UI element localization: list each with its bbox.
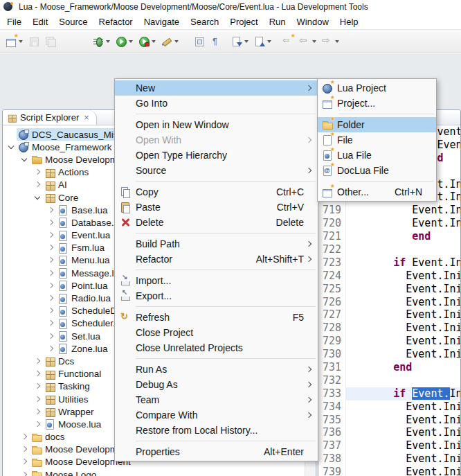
code-text[interactable]: Event.IniUnit = UNIT:FindByName( Event.I… <box>346 400 460 414</box>
tree-chevron-icon[interactable] <box>46 218 56 228</box>
tree-chevron-icon[interactable] <box>33 356 43 367</box>
line-number[interactable]: 732 <box>318 374 346 387</box>
debug-button[interactable] <box>91 33 112 50</box>
code-text[interactable]: Event.IniGroupName = Event.IniDCSGroupNa… <box>346 439 460 452</box>
menubar-help[interactable]: Help <box>334 15 364 28</box>
menu-item-open-in-new-window[interactable]: Open in New Window <box>115 117 318 132</box>
dropdown-arrow-icon[interactable] <box>267 40 271 43</box>
code-text[interactable]: Event.IniDCSGroup = Event.IniDCSUnit:get… <box>346 414 460 427</box>
tree-chevron-icon[interactable] <box>19 470 30 476</box>
menu-item-debug-as[interactable]: Debug As <box>115 377 318 392</box>
submenu-item-project[interactable]: ★Project... <box>318 96 436 111</box>
tree-chevron-icon[interactable] <box>33 369 43 379</box>
line-number[interactable]: 719 <box>318 204 346 217</box>
line-number[interactable]: 721 <box>318 230 346 243</box>
submenu-item-folder[interactable]: ★Folder <box>318 117 436 132</box>
tree-chevron-icon[interactable] <box>19 432 30 442</box>
line-number[interactable]: 731 <box>318 361 346 374</box>
dropdown-arrow-icon[interactable] <box>335 40 339 43</box>
tree-chevron-icon[interactable] <box>33 394 43 405</box>
back-button[interactable] <box>297 33 318 50</box>
show-whitespace-button[interactable] <box>208 33 224 50</box>
code-text[interactable]: end <box>346 230 460 243</box>
tree-chevron-icon[interactable] <box>46 281 56 291</box>
menu-item-go-into[interactable]: Go Into <box>115 96 318 111</box>
menu-item-export[interactable]: Export... <box>115 288 318 303</box>
external-tools-button[interactable] <box>159 33 181 50</box>
dropdown-arrow-icon[interactable] <box>174 40 179 43</box>
previous-annotation-button[interactable] <box>252 33 273 50</box>
line-number[interactable]: 730 <box>318 348 346 361</box>
code-text[interactable]: Event.IniUnit = UNIT:FindByName( Event.I… <box>346 270 460 283</box>
tree-chevron-icon[interactable] <box>46 243 56 253</box>
line-number[interactable]: 729 <box>318 335 346 348</box>
tree-chevron-icon[interactable] <box>33 193 43 203</box>
tree-item-moose-logo[interactable]: Moose Logo <box>3 468 305 476</box>
submenu-item-doclua-file[interactable]: ★DocLua File <box>318 163 436 178</box>
menubar-edit[interactable]: Edit <box>27 15 53 28</box>
tree-chevron-icon[interactable] <box>46 255 56 265</box>
tree-chevron-icon[interactable] <box>46 318 56 328</box>
dropdown-arrow-icon[interactable] <box>106 40 110 43</box>
tree-chevron-icon[interactable] <box>19 457 30 467</box>
code-text[interactable]: Event.IniGroupName = Event.IniDCSGroupNa… <box>346 308 460 321</box>
line-number[interactable]: 735 <box>318 414 346 427</box>
menu-item-properties[interactable]: PropertiesAlt+Enter <box>115 444 318 459</box>
dropdown-arrow-icon[interactable] <box>152 40 156 43</box>
tree-chevron-icon[interactable] <box>33 179 43 190</box>
menu-item-close-project[interactable]: Close Project <box>115 325 318 340</box>
code-text[interactable]: Event.IniCoalition = Event.IniDCSUnit:ge… <box>346 348 460 361</box>
code-text[interactable] <box>346 374 460 387</box>
last-edit-location-button[interactable]: ★ <box>280 33 296 50</box>
code-text[interactable]: if Event.IniDCSUnit then <box>346 387 460 400</box>
line-number[interactable]: 739 <box>318 466 346 476</box>
tree-chevron-icon[interactable] <box>33 419 43 430</box>
line-number[interactable]: 728 <box>318 321 346 335</box>
run-history-button[interactable] <box>136 33 158 50</box>
code-text[interactable]: if Event.IniDCSUnit then <box>346 256 460 270</box>
line-number[interactable]: 722 <box>318 243 346 256</box>
line-number[interactable]: 737 <box>318 439 346 452</box>
code-text[interactable]: Event.IniGroup = GROUP:FindByName( Event… <box>346 321 460 335</box>
dropdown-arrow-icon[interactable] <box>19 40 23 43</box>
submenu-item-lua-project[interactable]: ★Lua Project <box>318 80 436 96</box>
tree-chevron-icon[interactable] <box>33 407 43 417</box>
next-annotation-button[interactable] <box>229 33 251 50</box>
tree-chevron-icon[interactable] <box>46 331 56 342</box>
line-number[interactable]: 734 <box>318 400 346 414</box>
tree-chevron-icon[interactable] <box>46 306 56 316</box>
forward-button[interactable] <box>320 33 341 50</box>
menu-item-team[interactable]: Team <box>115 392 318 407</box>
code-text[interactable]: Event.IniPlayerName = Event.IniDCSUnit:g… <box>346 217 460 230</box>
code-text[interactable]: Event.IniPlayerName = Event.IniDCSUnit:g… <box>346 335 460 348</box>
menu-item-open-with[interactable]: Open With <box>115 132 318 148</box>
dropdown-arrow-icon[interactable] <box>244 40 248 43</box>
tree-chevron-icon[interactable] <box>6 142 17 152</box>
code-text[interactable]: end <box>346 361 460 374</box>
menu-item-open-type-hierarchy[interactable]: Open Type Hierarchy <box>115 148 318 163</box>
menu-item-delete[interactable]: DeleteDelete <box>115 215 318 230</box>
new-wizard-button[interactable]: ★ <box>3 33 25 50</box>
menu-item-close-unrelated-projects[interactable]: Close Unrelated Projects <box>115 340 318 355</box>
tab-script-explorer[interactable]: Script Explorer <box>3 110 97 125</box>
line-number[interactable]: 723 <box>318 256 346 270</box>
submenu-item-lua-file[interactable]: ★Lua File <box>318 148 436 163</box>
menubar-source[interactable]: Source <box>53 15 93 28</box>
menu-item-copy[interactable]: CopyCtrl+C <box>115 184 318 200</box>
menubar-search[interactable]: Search <box>185 15 224 28</box>
menu-item-run-as[interactable]: Run As <box>115 362 318 377</box>
tree-chevron-icon[interactable] <box>19 444 30 455</box>
line-number[interactable]: 733 <box>318 387 346 400</box>
code-text[interactable]: Event.IniCoalition = Event.IniDCSUnit:ge… <box>346 466 460 476</box>
line-number[interactable]: 738 <box>318 452 346 466</box>
close-icon[interactable] <box>84 113 89 122</box>
menu-item-build-path[interactable]: Build Path <box>115 236 318 252</box>
submenu-item-file[interactable]: ★File <box>318 132 436 148</box>
mark-occurrences-button[interactable] <box>192 33 207 50</box>
line-number[interactable]: 725 <box>318 283 346 296</box>
menubar-refactor[interactable]: Refactor <box>93 15 138 28</box>
menubar-run[interactable]: Run <box>264 15 291 28</box>
code-text[interactable]: Event.IniPlayerName = Event.IniDCSUnit:g… <box>346 452 460 466</box>
tree-chevron-icon[interactable] <box>46 293 56 303</box>
menubar-file[interactable]: File <box>1 15 27 28</box>
